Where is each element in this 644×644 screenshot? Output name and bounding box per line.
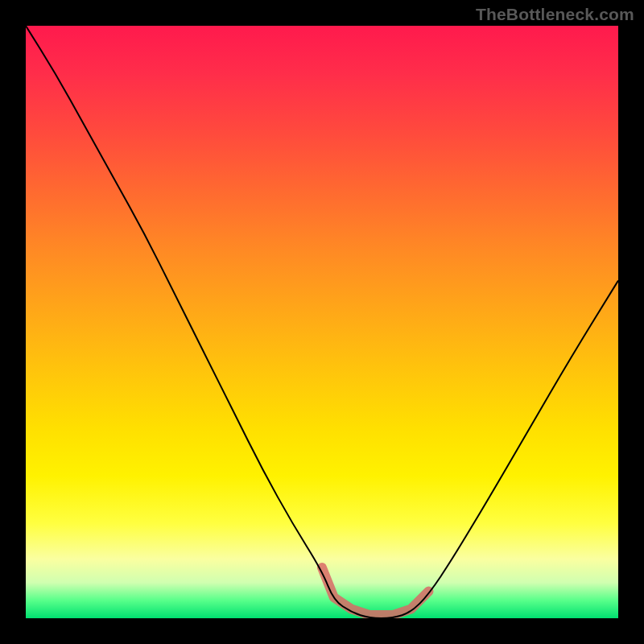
attribution-text: TheBottleneck.com: [476, 5, 634, 24]
bottleneck-curve-path: [26, 26, 618, 618]
chart-svg: [26, 26, 618, 618]
chart-plot-area: [26, 26, 618, 618]
valley-highlight-path: [322, 568, 428, 615]
